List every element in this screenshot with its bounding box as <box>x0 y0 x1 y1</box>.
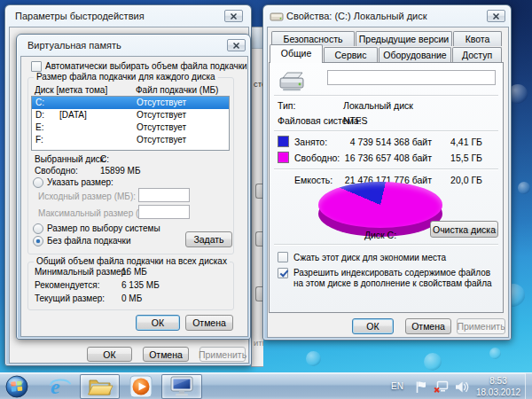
system-properties-window-edge: сте ить <box>251 27 263 367</box>
group-label: Размер файла подкачки для каждого диска <box>34 72 218 82</box>
clock[interactable]: 8:53 18.03.2012 <box>473 373 523 399</box>
tab-quota[interactable]: Квота <box>453 31 502 46</box>
tab-previous-versions[interactable]: Предыдущие версии <box>356 31 452 46</box>
cancel-button[interactable]: Отмена <box>143 347 189 362</box>
water-droplet <box>306 351 321 366</box>
auto-manage-checkbox[interactable] <box>31 61 42 72</box>
apply-button[interactable]: Применить <box>200 347 246 362</box>
volume-label-input[interactable] <box>327 70 496 85</box>
drive-icon <box>278 69 306 95</box>
column-header-pagefile: Файл подкачки (МБ) <box>136 85 218 95</box>
drive-letter: E: <box>35 121 43 134</box>
windows7-desktop-screen: сте ить Параметры быстродействия ОК Отме… <box>0 0 532 399</box>
compress-disk-checkbox[interactable] <box>278 252 288 262</box>
selected-disk-value: C: <box>100 154 109 164</box>
ok-button[interactable]: ОК <box>136 315 180 331</box>
drive-letter: D: <box>35 109 44 121</box>
filesystem-value: NTFS <box>343 115 367 126</box>
tab-hardware[interactable]: Оборудование <box>379 47 451 63</box>
network-status-icon[interactable] <box>434 380 449 394</box>
show-desktop-button[interactable] <box>525 373 532 399</box>
clock-time: 8:53 <box>473 375 523 387</box>
initial-size-input[interactable] <box>138 188 190 202</box>
free-size: 15,5 ГБ <box>438 153 482 163</box>
capacity-size: 20,0 ГБ <box>438 175 482 185</box>
current-value: 0 МБ <box>121 293 142 303</box>
disk-properties-dialog: Свойства: (C:) Локальный диск Безопаснос… <box>262 4 512 340</box>
tab-sharing[interactable]: Доступ <box>452 47 502 63</box>
dialog-title: Виртуальная память <box>27 40 121 51</box>
type-label: Тип: <box>278 100 295 111</box>
drive-list[interactable]: C: Отсутствует D: [DATA] Отсутствует E: … <box>31 96 230 151</box>
recommended-label: Рекомендуется: <box>35 280 99 290</box>
drive-row-f[interactable]: F: Отсутствует <box>32 134 229 146</box>
hidden-apply-button-fragment: ить <box>254 338 263 348</box>
index-contents-label: Разрешить индексировать содержимое файло… <box>293 268 497 289</box>
taskbar-item-media-player[interactable] <box>123 374 159 399</box>
tab-tools[interactable]: Сервис <box>324 47 378 63</box>
max-size-input[interactable] <box>138 205 190 219</box>
taskbar-item-internet-explorer[interactable]: e <box>43 374 76 399</box>
ok-button[interactable]: ОК <box>352 318 394 334</box>
action-center-icon[interactable] <box>415 380 426 394</box>
virtual-memory-titlebar[interactable]: Виртуальная память <box>17 35 250 56</box>
performance-options-titlebar[interactable]: Параметры быстродействия <box>5 5 251 27</box>
close-icon[interactable] <box>227 39 246 51</box>
separator <box>274 130 498 132</box>
dialog-title: Параметры быстродействия <box>15 11 145 21</box>
drive-letter: F: <box>35 134 43 146</box>
free-legend-swatch <box>278 152 289 163</box>
type-value: Локальный диск <box>343 100 413 111</box>
drive-row-d[interactable]: D: [DATA] Отсутствует <box>32 109 229 121</box>
cancel-button[interactable]: Отмена <box>185 315 233 331</box>
column-header-disk: Диск [метка тома] <box>35 85 107 95</box>
drive-pagefile: Отсутствует <box>137 97 186 109</box>
cancel-button[interactable]: Отмена <box>405 318 451 334</box>
start-button[interactable] <box>4 374 29 399</box>
free-space-label: Свободно: <box>35 166 78 176</box>
no-pagefile-radio[interactable] <box>33 236 43 246</box>
system-managed-label: Размер по выбору системы <box>47 223 160 233</box>
system-managed-radio[interactable] <box>33 223 43 234</box>
dialog-title: Свойства: (C:) Локальный диск <box>286 11 427 21</box>
separator <box>274 244 498 246</box>
drive-row-c[interactable]: C: Отсутствует <box>32 97 229 109</box>
close-icon[interactable] <box>487 10 505 22</box>
custom-size-radio[interactable] <box>33 177 43 188</box>
pie-caption: Диск C: <box>318 230 442 240</box>
clock-date: 18.03.2012 <box>473 387 523 398</box>
disk-cleanup-button[interactable]: Очистка диска <box>430 221 498 238</box>
custom-size-label: Указать размер: <box>47 177 113 187</box>
volume-icon[interactable] <box>455 380 469 394</box>
language-indicator[interactable]: EN <box>391 381 403 391</box>
initial-size-label: Исходный размер (МБ): <box>38 192 136 201</box>
compress-disk-label: Сжать этот диск для экономии места <box>293 253 446 262</box>
ok-button[interactable]: ОК <box>87 347 132 362</box>
minimum-label: Минимальный размер: <box>35 267 129 277</box>
drive-row-e[interactable]: E: Отсутствует <box>32 121 229 134</box>
tab-general[interactable]: Общие <box>270 44 323 63</box>
auto-manage-label: Автоматически выбирать объем файла подка… <box>45 61 247 71</box>
used-legend-swatch <box>278 136 289 147</box>
windows-logo-icon <box>5 375 28 398</box>
apply-button[interactable]: Применить <box>457 318 505 334</box>
set-button[interactable]: Задать <box>185 231 232 247</box>
minimum-value: 16 МБ <box>121 267 147 277</box>
svg-text:e: e <box>51 375 60 398</box>
water-droplet <box>489 348 501 359</box>
current-label: Текущий размер: <box>35 293 105 303</box>
drive-letter: C: <box>35 97 44 109</box>
internet-explorer-icon: e <box>48 375 72 398</box>
close-icon[interactable] <box>224 10 243 22</box>
taskbar-item-system-properties[interactable] <box>161 374 202 399</box>
index-contents-checkbox[interactable] <box>278 268 288 278</box>
drive-pagefile: Отсутствует <box>137 109 186 121</box>
recommended-value: 6 135 МБ <box>121 280 160 290</box>
used-bytes: 4 739 514 368 байт <box>317 137 432 147</box>
disk-properties-titlebar[interactable]: Свойства: (C:) Локальный диск <box>263 5 511 27</box>
group-label: Общий объем файла подкачки на всех диска… <box>34 256 230 266</box>
water-droplet <box>518 182 530 194</box>
water-droplet <box>424 353 442 371</box>
taskbar-item-explorer[interactable] <box>80 374 120 399</box>
no-pagefile-label: Без файла подкачки <box>47 236 131 246</box>
